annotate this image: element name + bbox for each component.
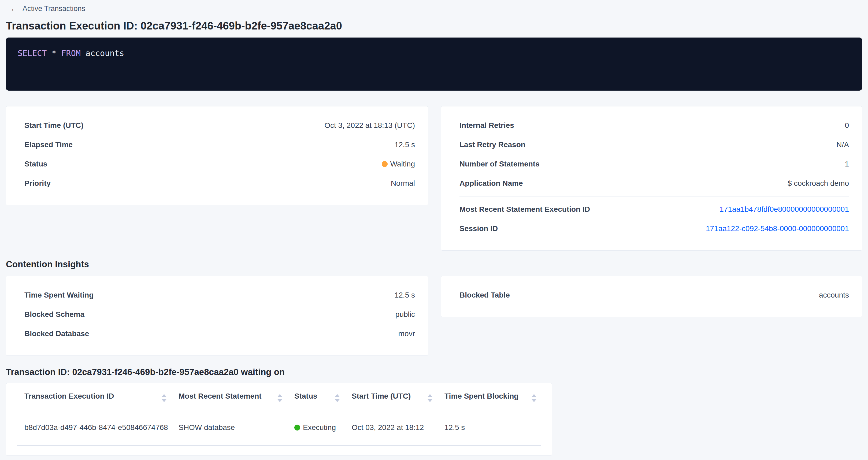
summary-row-number-of-statements: Number of Statements 1 bbox=[460, 154, 849, 174]
status-badge: Executing bbox=[294, 423, 336, 432]
status-value: Waiting bbox=[390, 160, 415, 168]
summary-row-priority: Priority Normal bbox=[24, 174, 415, 193]
summary-row-session-id: Session ID 171aa122-c092-54b8-0000-00000… bbox=[460, 219, 849, 238]
internal-retries-value: 0 bbox=[845, 121, 849, 130]
summary-row-start-time: Start Time (UTC) Oct 3, 2022 at 18:13 (U… bbox=[24, 116, 415, 135]
summary-row-internal-retries: Internal Retries 0 bbox=[460, 116, 849, 135]
waiting-on-heading: Transaction ID: 02ca7931-f246-469b-b2fe-… bbox=[6, 366, 868, 378]
status-label: Status bbox=[24, 160, 48, 168]
number-of-statements-label: Number of Statements bbox=[460, 160, 539, 168]
blocked-schema-label: Blocked Schema bbox=[24, 310, 85, 319]
start-time-value: Oct 3, 2022 at 18:13 (UTC) bbox=[324, 121, 415, 130]
status-badge: Waiting bbox=[382, 160, 415, 168]
back-button[interactable]: ← Active Transactions bbox=[10, 4, 85, 13]
cell-status: Executing bbox=[287, 423, 344, 432]
application-name-value: $ cockroach demo bbox=[787, 179, 849, 188]
column-header-transaction-execution-id[interactable]: Transaction Execution ID bbox=[17, 392, 171, 404]
time-spent-waiting-value: 12.5 s bbox=[395, 291, 415, 300]
table-header-row: Transaction Execution ID Most Recent Sta… bbox=[17, 384, 541, 409]
summary-row-statement-execution-id: Most Recent Statement Execution ID 171aa… bbox=[460, 200, 849, 219]
column-label: Transaction Execution ID bbox=[24, 392, 114, 404]
summary-row-last-retry-reason: Last Retry Reason N/A bbox=[460, 135, 849, 154]
contention-row-time-spent-waiting: Time Spent Waiting 12.5 s bbox=[24, 285, 415, 305]
cell-time-spent-blocking: 12.5 s bbox=[437, 423, 541, 432]
column-label: Start Time (UTC) bbox=[352, 392, 411, 404]
blocked-table-label: Blocked Table bbox=[460, 291, 510, 300]
column-header-status[interactable]: Status bbox=[287, 392, 344, 404]
transaction-summary-card: Start Time (UTC) Oct 3, 2022 at 18:13 (U… bbox=[6, 106, 428, 205]
priority-label: Priority bbox=[24, 179, 51, 188]
waiting-transactions-table: Transaction Execution ID Most Recent Sta… bbox=[6, 383, 552, 456]
column-label: Most Recent Statement bbox=[179, 392, 261, 404]
column-label: Status bbox=[294, 392, 317, 404]
sql-keyword: FROM bbox=[61, 49, 81, 58]
contention-row-blocked-database: Blocked Database movr bbox=[24, 324, 415, 343]
statement-execution-id-link[interactable]: 171aa1b478fdf0e80000000000000001 bbox=[719, 205, 849, 214]
sort-icon[interactable] bbox=[335, 394, 340, 402]
elapsed-time-label: Elapsed Time bbox=[24, 141, 73, 149]
back-label: Active Transactions bbox=[23, 4, 85, 13]
last-retry-reason-label: Last Retry Reason bbox=[460, 141, 525, 149]
contention-cards-row: Time Spent Waiting 12.5 s Blocked Schema… bbox=[6, 276, 862, 356]
sql-statement: SELECT * FROM accounts bbox=[18, 48, 850, 58]
sql-operator: * bbox=[52, 49, 56, 58]
sort-icon[interactable] bbox=[277, 394, 283, 402]
blocked-database-label: Blocked Database bbox=[24, 330, 89, 338]
internal-retries-label: Internal Retries bbox=[460, 121, 514, 130]
blocked-table-value: accounts bbox=[819, 291, 849, 300]
contention-insights-heading: Contention Insights bbox=[6, 259, 868, 270]
summary-cards-row: Start Time (UTC) Oct 3, 2022 at 18:13 (U… bbox=[6, 106, 862, 251]
contention-row-blocked-table: Blocked Table accounts bbox=[460, 285, 849, 305]
statement-execution-id-label: Most Recent Statement Execution ID bbox=[460, 205, 590, 214]
start-time-label: Start Time (UTC) bbox=[24, 121, 83, 130]
column-header-time-spent-blocking[interactable]: Time Spent Blocking bbox=[437, 392, 541, 404]
priority-value: Normal bbox=[391, 179, 415, 188]
row-status-value: Executing bbox=[303, 423, 336, 432]
sort-icon[interactable] bbox=[161, 394, 167, 402]
session-id-link[interactable]: 171aa122-c092-54b8-0000-000000000001 bbox=[706, 224, 849, 233]
cell-transaction-execution-id: b8d7d03a-d497-446b-8474-e50846674768 bbox=[17, 423, 171, 432]
cell-start-time: Oct 03, 2022 at 18:12 bbox=[344, 423, 437, 432]
summary-row-status: Status Waiting bbox=[24, 154, 415, 174]
last-retry-reason-value: N/A bbox=[836, 141, 849, 149]
blocked-schema-value: public bbox=[395, 310, 415, 319]
session-id-label: Session ID bbox=[460, 224, 498, 233]
blocked-table-card: Blocked Table accounts bbox=[441, 276, 862, 317]
page-title: Transaction Execution ID: 02ca7931-f246-… bbox=[6, 19, 868, 32]
elapsed-time-value: 12.5 s bbox=[395, 141, 415, 149]
card-divider bbox=[460, 196, 849, 196]
transaction-details-card: Internal Retries 0 Last Retry Reason N/A… bbox=[441, 106, 862, 251]
contention-row-blocked-schema: Blocked Schema public bbox=[24, 305, 415, 324]
sql-table-name: accounts bbox=[86, 49, 124, 58]
summary-row-elapsed-time: Elapsed Time 12.5 s bbox=[24, 135, 415, 154]
time-spent-waiting-label: Time Spent Waiting bbox=[24, 291, 94, 300]
cell-most-recent-statement: SHOW database bbox=[171, 423, 287, 432]
blocked-database-value: movr bbox=[398, 330, 415, 338]
column-header-most-recent-statement[interactable]: Most Recent Statement bbox=[171, 392, 287, 404]
column-label: Time Spent Blocking bbox=[444, 392, 519, 404]
back-arrow-icon: ← bbox=[10, 4, 18, 13]
summary-row-application-name: Application Name $ cockroach demo bbox=[460, 174, 849, 193]
executing-status-icon bbox=[294, 425, 300, 431]
sql-keyword: SELECT bbox=[18, 49, 46, 58]
sql-statement-box: SELECT * FROM accounts bbox=[6, 37, 862, 91]
column-header-start-time[interactable]: Start Time (UTC) bbox=[344, 392, 437, 404]
sort-icon[interactable] bbox=[427, 394, 433, 402]
table-row: b8d7d03a-d497-446b-8474-e50846674768 SHO… bbox=[17, 409, 541, 446]
waiting-status-icon bbox=[382, 161, 388, 167]
sort-icon[interactable] bbox=[531, 394, 537, 402]
contention-details-card: Time Spent Waiting 12.5 s Blocked Schema… bbox=[6, 276, 428, 356]
application-name-label: Application Name bbox=[460, 179, 523, 188]
number-of-statements-value: 1 bbox=[845, 160, 849, 168]
